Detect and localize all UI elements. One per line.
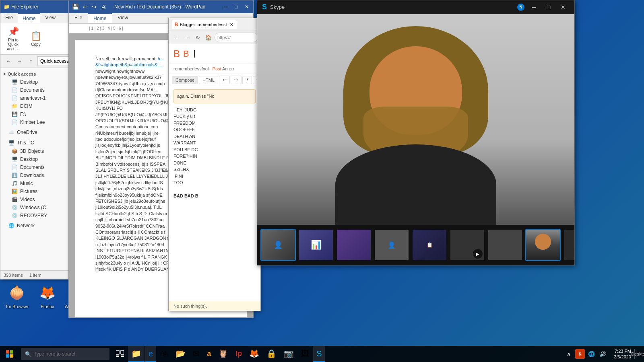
sidebar-item-label: Documents <box>20 87 45 93</box>
sidebar-item-windows[interactable]: 💿 Windows (C <box>0 204 72 212</box>
tab-view[interactable]: View <box>112 13 134 23</box>
tab-file[interactable]: File <box>69 13 88 23</box>
taskbar-photos[interactable]: 🖼 <box>298 346 312 362</box>
html-button[interactable]: HTML <box>199 76 218 84</box>
close-tab-button[interactable]: ✕ <box>230 22 233 27</box>
sidebar-item-desktop2[interactable]: 🖥️ Desktop <box>0 155 72 163</box>
taskbar-edge[interactable]: e <box>145 346 156 362</box>
sidebar-item-videos[interactable]: 🎬 Videos <box>0 195 72 204</box>
quick-print-icon[interactable]: 🖨 <box>99 3 108 11</box>
sidebar-item-label: Videos <box>20 197 35 202</box>
volume-tray-icon[interactable]: 🔊 <box>598 349 607 359</box>
search-bar[interactable]: 🔍 <box>21 348 109 360</box>
forward-button[interactable]: → <box>15 56 25 66</box>
redo-icon[interactable]: ↪ <box>90 3 98 11</box>
pin-to-quick-access-button[interactable]: 📌 Pin to Quick access <box>4 25 23 53</box>
sidebar-item-this-pc[interactable]: 🖥️ This PC <box>0 138 72 147</box>
sidebar-item-onedrive[interactable]: ☁️ OneDrive <box>0 128 72 137</box>
skype-title: Skype <box>270 4 514 10</box>
taskbar-folder[interactable]: 📂 <box>172 346 189 362</box>
svg-rect-1 <box>10 350 13 354</box>
sidebar-item-dcim[interactable]: 📁 DCIM <box>0 102 72 110</box>
thumbnail-4[interactable]: 👤 <box>374 229 409 261</box>
up-button[interactable]: ↑ <box>26 56 36 66</box>
sidebar-item-label: Music <box>20 181 33 186</box>
sidebar-item-desktop[interactable]: 🖥️ Desktop <box>0 78 72 86</box>
taskbar-store[interactable]: 🛍 <box>157 346 171 362</box>
browser-tab[interactable]: B Blogger: rememberlessf ✕ <box>171 20 237 29</box>
taskbar-tripadvisor[interactable]: 🦉 <box>215 346 231 362</box>
undo-button[interactable]: ↩ <box>219 76 230 84</box>
thumbnail-8[interactable] <box>525 229 561 261</box>
desktop-icon: 🖥️ <box>12 156 18 162</box>
tray-expand[interactable]: ∧ <box>564 349 574 359</box>
redo-button[interactable]: ↪ <box>231 76 242 84</box>
tab-home[interactable]: Home <box>18 13 40 23</box>
sidebar-item-americavr[interactable]: 📄 americavr-1 <box>0 94 72 102</box>
play-button-6[interactable]: ▶ <box>473 249 483 259</box>
store-icon: 🛍 <box>160 349 168 358</box>
quick-access-header[interactable]: ▸ Quick access <box>0 70 72 78</box>
sidebar-item-pictures[interactable]: 🖼️ Pictures <box>0 187 72 195</box>
url-bar[interactable]: https:// <box>215 33 258 42</box>
save-icon[interactable]: 💾 <box>70 3 80 11</box>
sidebar-item-network[interactable]: 🌐 Network <box>0 221 72 230</box>
sidebar-item-label: Kimber Lee <box>20 119 45 125</box>
sidebar-item-downloads[interactable]: ⬇️ Downloads <box>0 171 72 179</box>
taskbar-camera[interactable]: 📷 <box>281 346 297 362</box>
font-button[interactable]: ƒ <box>242 76 252 84</box>
antivirus-tray-icon[interactable]: K <box>575 349 585 359</box>
sidebar-item-label: americavr-1 <box>20 95 45 101</box>
sidebar-item-kimber[interactable]: 📄 Kimber Lee <box>0 118 72 126</box>
compose-button[interactable]: Compose <box>172 76 198 84</box>
taskbar-skype[interactable]: S <box>313 346 325 362</box>
sidebar-item-music[interactable]: 🎵 Music <box>0 179 72 187</box>
search-input[interactable] <box>34 351 105 357</box>
sidebar-item-documents[interactable]: 📄 Documents <box>0 86 72 94</box>
desktop-peek-button[interactable]: Desktop <box>634 349 644 359</box>
thumb-preview <box>564 230 574 260</box>
taskbar-vpn[interactable]: 🔒 <box>263 346 280 362</box>
maximize-button[interactable]: □ <box>231 2 241 12</box>
sidebar-item-3d-objects[interactable]: 📦 3D Objects <box>0 147 72 155</box>
thumbnail-5[interactable]: 📋 <box>412 229 447 261</box>
icon-tor-browser[interactable]: 🧅 Tor Browser <box>2 282 32 311</box>
sidebar-item-f-drive[interactable]: 💾 F:\ <box>0 110 72 118</box>
taskbar-file-explorer[interactable]: 📁 <box>128 346 144 362</box>
thumbnail-2[interactable]: 📊 <box>298 229 334 261</box>
blogger-content[interactable]: again. Dismiss "No HEY 'JUDG FUCK y u f … <box>169 86 260 301</box>
close-button[interactable]: ✕ <box>242 2 252 12</box>
start-button[interactable] <box>0 346 19 362</box>
sidebar-item-recovery[interactable]: 💿 RECOVERY <box>0 212 72 220</box>
back-button[interactable]: ← <box>171 33 181 42</box>
document-link2[interactable]: &fr=tightropetb&p=subliminals&t... <box>95 62 162 67</box>
copy-button[interactable]: 📋 Copy <box>26 29 45 48</box>
thumbnail-7[interactable] <box>487 229 523 261</box>
taskbar-clock[interactable]: 7:23 PM 2/6/2020 <box>611 348 634 360</box>
taskbar-amazon[interactable]: a <box>204 346 214 362</box>
document-link[interactable]: h... <box>158 56 164 61</box>
thumbnail-9[interactable]: ▶ <box>563 229 574 261</box>
tab-view[interactable]: View <box>40 13 60 23</box>
network-tray-icon[interactable]: 🌐 <box>586 349 596 359</box>
tab-file[interactable]: File <box>0 13 18 23</box>
thumbnail-1[interactable]: 👤 <box>260 229 296 261</box>
home-button[interactable]: 🏠 <box>204 33 213 42</box>
thumbnail-6[interactable]: ▶ <box>450 229 485 261</box>
taskbar-firefox[interactable]: 🦊 <box>246 346 262 362</box>
taskview-button[interactable] <box>113 346 127 362</box>
maximize-button[interactable]: □ <box>542 2 555 13</box>
close-button[interactable]: ✕ <box>557 2 570 13</box>
minimize-button[interactable]: ─ <box>221 2 231 12</box>
undo-icon[interactable]: ↩ <box>81 3 89 11</box>
forward-button[interactable]: → <box>182 33 192 42</box>
taskbar-mail[interactable]: ✉ <box>190 346 203 362</box>
minimize-button[interactable]: ─ <box>528 2 541 13</box>
icon-firefox[interactable]: 🦊 Firefox <box>32 282 63 311</box>
thumbnail-3[interactable] <box>336 229 372 261</box>
tab-home[interactable]: Home <box>88 13 112 23</box>
taskbar-lastpass[interactable]: lp <box>232 346 245 362</box>
back-button[interactable]: ← <box>4 56 13 66</box>
sidebar-item-documents2[interactable]: 📄 Documents <box>0 163 72 171</box>
refresh-button[interactable]: ↻ <box>193 33 202 42</box>
